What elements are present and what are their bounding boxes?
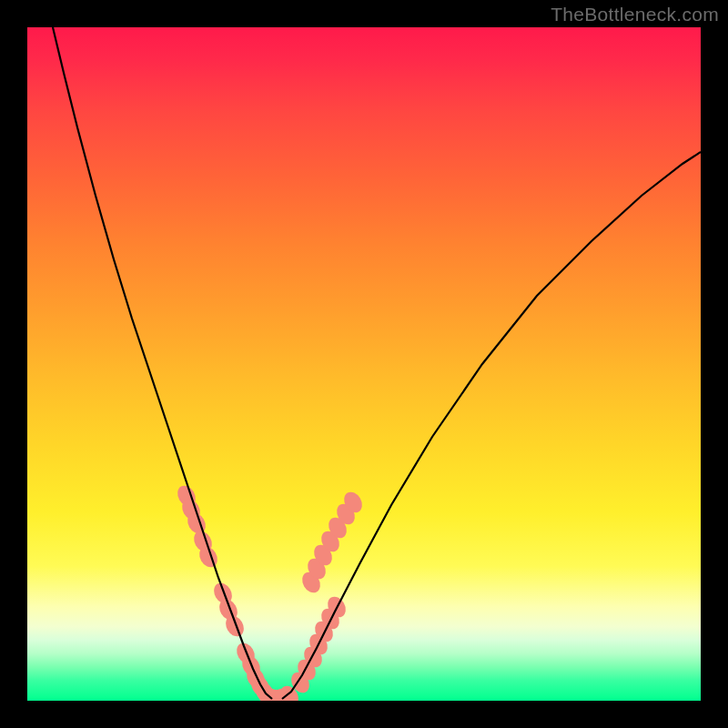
watermark-text: TheBottleneck.com [551,4,719,25]
curve-layer [27,27,701,701]
curve-right [282,152,701,699]
marker-group [174,482,366,701]
plot-area [27,27,701,701]
curve-left [53,27,272,699]
chart-frame: TheBottleneck.com [0,0,728,728]
